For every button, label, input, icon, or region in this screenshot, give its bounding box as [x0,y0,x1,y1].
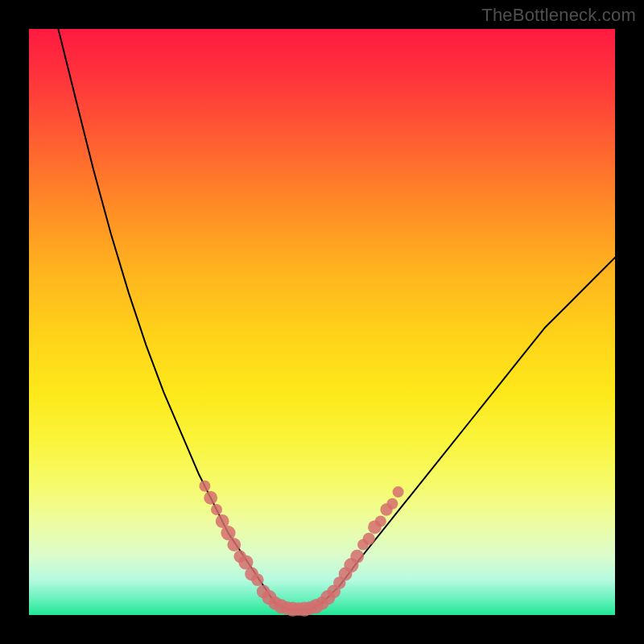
watermark-label: TheBottleneck.com [481,5,636,26]
plot-area [29,29,615,615]
svg-point-2 [211,504,222,515]
svg-point-33 [393,486,404,497]
svg-point-0 [199,481,210,492]
data-markers [199,481,403,617]
svg-point-32 [386,498,398,510]
svg-point-26 [350,550,364,564]
svg-point-30 [375,516,386,527]
chart-frame: TheBottleneck.com [0,0,644,644]
svg-point-28 [363,533,375,545]
chart-svg [29,29,615,615]
svg-point-1 [204,491,217,505]
bottleneck-curve [58,29,615,609]
svg-point-9 [251,574,263,586]
svg-point-5 [227,538,241,551]
